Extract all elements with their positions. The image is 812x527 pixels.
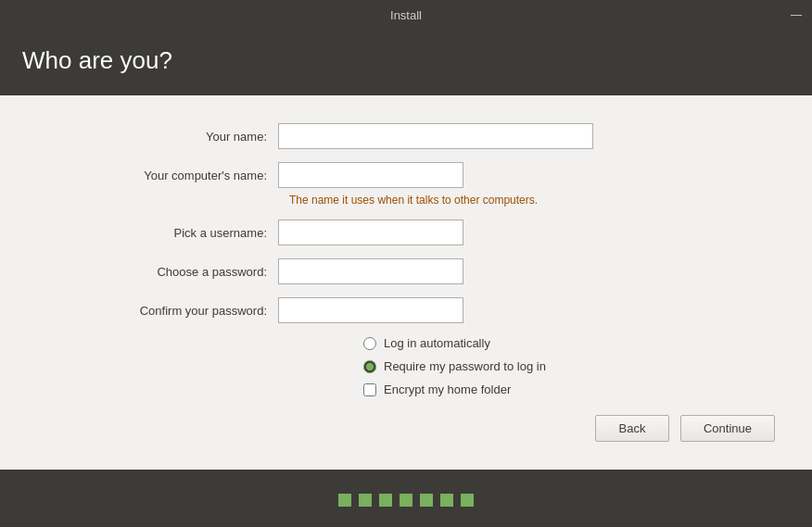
require-password-label[interactable]: Require my password to log in bbox=[384, 359, 546, 373]
password-row: Choose a password: bbox=[37, 258, 775, 284]
auto-login-label[interactable]: Log in automatically bbox=[384, 336, 490, 350]
progress-dots bbox=[338, 494, 474, 507]
progress-dot-7 bbox=[461, 494, 474, 507]
page-title: Who are you? bbox=[22, 46, 790, 75]
your-name-input[interactable] bbox=[278, 123, 593, 149]
computer-name-row: Your computer's name: bbox=[37, 162, 775, 188]
footer bbox=[0, 470, 812, 527]
encrypt-checkbox[interactable] bbox=[363, 383, 376, 396]
computer-name-label: Your computer's name: bbox=[37, 169, 278, 182]
computer-name-hint: The name it uses when it talks to other … bbox=[37, 194, 775, 207]
progress-dot-5 bbox=[420, 494, 433, 507]
progress-dot-2 bbox=[359, 494, 372, 507]
minimize-button[interactable]: — bbox=[790, 8, 803, 21]
back-button[interactable]: Back bbox=[595, 415, 669, 442]
progress-dot-3 bbox=[379, 494, 392, 507]
main-content: Your name: Your computer's name: The nam… bbox=[0, 95, 812, 470]
password-label: Choose a password: bbox=[37, 265, 278, 279]
your-name-label: Your name: bbox=[37, 130, 278, 144]
password-input[interactable] bbox=[278, 258, 463, 284]
confirm-password-input[interactable] bbox=[278, 297, 463, 323]
window-controls: — bbox=[790, 8, 803, 21]
encrypt-row: Encrypt my home folder bbox=[37, 383, 775, 396]
require-password-row: Require my password to log in bbox=[37, 359, 775, 373]
computer-name-input[interactable] bbox=[278, 162, 463, 188]
username-input[interactable] bbox=[278, 220, 463, 245]
username-label: Pick a username: bbox=[37, 226, 278, 240]
username-row: Pick a username: bbox=[37, 220, 775, 245]
auto-login-radio[interactable] bbox=[363, 337, 376, 350]
progress-dot-1 bbox=[338, 494, 351, 507]
progress-dot-4 bbox=[400, 494, 412, 507]
encrypt-label[interactable]: Encrypt my home folder bbox=[384, 383, 511, 396]
form-area: Your name: Your computer's name: The nam… bbox=[37, 123, 775, 406]
your-name-row: Your name: bbox=[37, 123, 775, 149]
window-title: Install bbox=[390, 8, 422, 22]
page-header: Who are you? bbox=[0, 30, 812, 95]
continue-button[interactable]: Continue bbox=[680, 415, 775, 442]
require-password-radio[interactable] bbox=[363, 360, 376, 373]
auto-login-row: Log in automatically bbox=[37, 336, 775, 350]
button-row: Back Continue bbox=[37, 406, 775, 451]
progress-dot-6 bbox=[440, 494, 453, 507]
confirm-password-label: Confirm your password: bbox=[37, 304, 278, 318]
minimize-icon: — bbox=[791, 9, 802, 20]
confirm-password-row: Confirm your password: bbox=[37, 297, 775, 323]
titlebar: Install — bbox=[0, 0, 812, 30]
